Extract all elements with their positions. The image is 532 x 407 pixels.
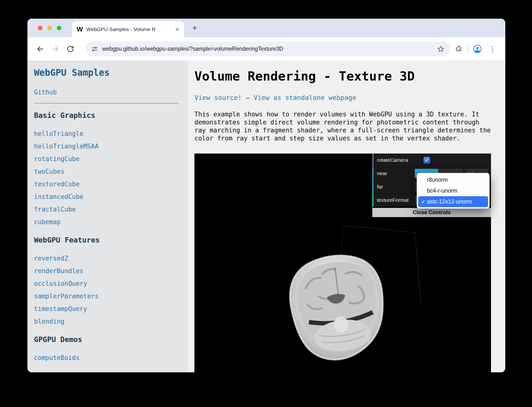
gui-label: textureFormat [374, 197, 415, 203]
dropdown-option-label: r8unorm [427, 177, 448, 183]
dropdown-option[interactable]: r8unorm [418, 174, 488, 185]
sidebar-section-heading: GPGPU Demos [34, 335, 179, 344]
sidebar-link[interactable]: fractalCube [34, 203, 179, 216]
browser-toolbar: webgpu.github.io/webgpu-samples/?sample=… [27, 37, 505, 60]
standalone-link[interactable]: View as standalone webpage [254, 94, 356, 101]
gui-label: far [374, 184, 415, 190]
back-arrow-icon [36, 45, 44, 53]
view-source-link[interactable]: View source! [194, 94, 242, 101]
checkmark-icon: ✓ [420, 199, 427, 205]
page-title: Volume Rendering - Texture 3D [194, 69, 492, 84]
bookmark-star-icon[interactable] [437, 45, 445, 53]
sidebar-divider [34, 103, 179, 104]
sidebar-link[interactable]: timestampQuery [34, 302, 179, 315]
page-content: WebGPU Samples Github Basic Graphics hel… [27, 60, 505, 372]
url-text[interactable]: webgpu.github.io/webgpu-samples/?sample=… [102, 46, 283, 52]
texture-format-dropdown: r8unormbc4-r-unorm✓astc-12x12-unorm [417, 173, 490, 209]
gui-row-rotate-camera: rotateCamera [372, 154, 491, 167]
profile-avatar-icon [473, 44, 482, 54]
link-separator: — [246, 94, 249, 101]
sidebar-link[interactable]: blending [34, 315, 179, 328]
sample-canvas[interactable]: rotateCamera near 4.0 [194, 154, 491, 372]
forward-arrow-icon [51, 45, 59, 53]
sidebar-link[interactable]: cubemap [34, 216, 179, 228]
sidebar-link-list: helloTrianglehelloTriangleMSAArotatingCu… [34, 127, 179, 228]
close-tab-icon[interactable]: × [175, 26, 179, 33]
sidebar-link[interactable]: reversedZ [34, 252, 179, 265]
close-window-button[interactable] [38, 26, 42, 30]
sidebar-section-gpgpu-demos: GPGPU Demos computeBoids [34, 335, 179, 364]
new-tab-button[interactable]: + [189, 23, 200, 33]
sidebar-section-webgpu-features: WebGPU Features reversedZrenderBundlesoc… [34, 236, 179, 328]
browser-menu-button[interactable]: ⋮ [487, 43, 498, 55]
minimize-window-button[interactable] [47, 26, 52, 30]
rotate-camera-checkbox[interactable] [424, 157, 430, 163]
sample-description: This example shows how to render volumes… [194, 110, 493, 142]
sidebar-link[interactable]: instancedCube [34, 190, 179, 203]
sidebar-link-list: reversedZrenderBundlesocclusionQuerysamp… [34, 252, 179, 328]
active-tab[interactable]: W WebGPU Samples - Volume R × [72, 21, 184, 37]
sidebar-link-list: computeBoids [34, 351, 179, 364]
toolbar-separator [468, 45, 468, 53]
forward-button[interactable] [50, 43, 61, 55]
brain-slice [285, 251, 390, 365]
dropdown-option[interactable]: ✓astc-12x12-unorm [418, 196, 488, 207]
sidebar-link[interactable]: samplerParameters [34, 290, 179, 302]
dropdown-option-label: astc-12x12-unorm [427, 198, 472, 205]
extensions-button[interactable] [453, 43, 465, 55]
tab-strip: W WebGPU Samples - Volume R × + [27, 19, 505, 37]
close-controls-button[interactable]: Close Controls [372, 208, 491, 217]
sample-links-line: View source! — View as standalone webpag… [194, 93, 492, 102]
sidebar-link[interactable]: helloTriangleMSAA [34, 140, 179, 153]
tab-title: WebGPU Samples - Volume R [86, 26, 172, 32]
browser-window: W WebGPU Samples - Volume R × + webgpu.g… [27, 19, 505, 372]
sidebar-section-heading: WebGPU Features [34, 236, 179, 245]
sidebar-link[interactable]: rotatingCube [34, 153, 179, 165]
samples-sidebar: WebGPU Samples Github Basic Graphics hel… [27, 60, 188, 372]
three-dot-menu-icon: ⋮ [489, 45, 496, 53]
url-bar[interactable]: webgpu.github.io/webgpu-samples/?sample=… [86, 41, 450, 56]
toolbar-right-cluster: ⋮ [453, 43, 498, 55]
sidebar-link[interactable]: renderBundles [34, 265, 179, 277]
sidebar-link[interactable]: occlusionQuery [34, 277, 179, 290]
desktop-background: W WebGPU Samples - Volume R × + webgpu.g… [0, 0, 532, 407]
reload-button[interactable] [65, 43, 76, 55]
window-controls [38, 26, 61, 30]
sidebar-section-heading: Basic Graphics [34, 111, 179, 120]
gui-label: near [374, 171, 415, 176]
sidebar-section-basic-graphics: Basic Graphics helloTrianglehelloTriangl… [34, 111, 179, 228]
zoom-window-button[interactable] [57, 26, 61, 30]
dropdown-option[interactable]: bc4-r-unorm [418, 185, 488, 196]
sidebar-link[interactable]: computeBoids [34, 351, 179, 364]
sidebar-link[interactable]: helloTriangle [34, 127, 179, 140]
github-link[interactable]: Github [34, 88, 179, 96]
gui-label: rotateCamera [374, 157, 415, 163]
reload-icon [66, 45, 74, 53]
site-settings-icon[interactable] [91, 45, 98, 53]
sidebar-link[interactable]: texturedCube [34, 178, 179, 190]
dropdown-option-label: bc4-r-unorm [427, 187, 457, 194]
back-button[interactable] [35, 43, 46, 55]
tab-favicon-icon: W [77, 26, 83, 33]
puzzle-icon [455, 45, 463, 53]
sample-main: Volume Rendering - Texture 3D View sourc… [188, 60, 505, 372]
sidebar-link[interactable]: twoCubes [34, 165, 179, 178]
sidebar-title: WebGPU Samples [34, 67, 179, 78]
profile-button[interactable] [472, 43, 483, 55]
